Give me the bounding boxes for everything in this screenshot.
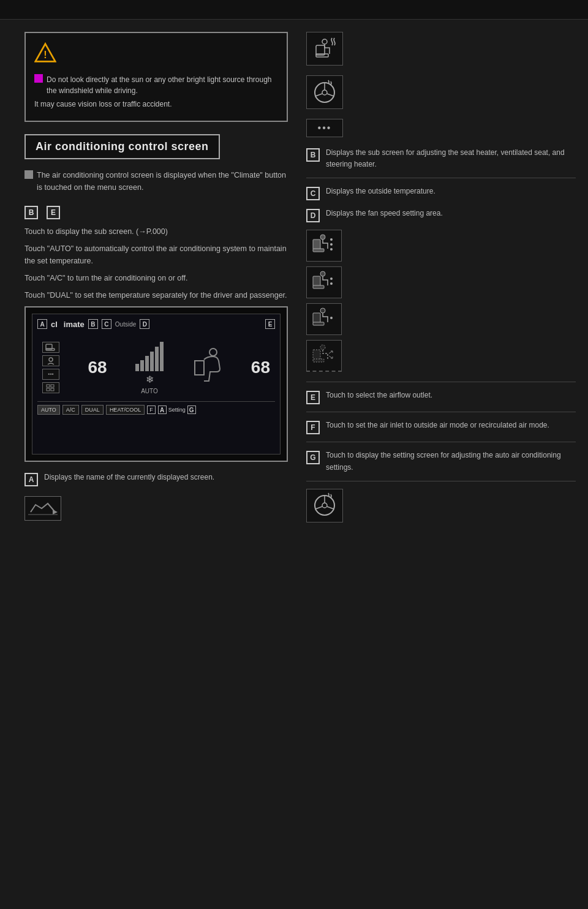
svg-point-14 <box>322 39 327 44</box>
seat-level-3-box <box>306 230 342 262</box>
bottom-steering-icon <box>311 492 338 519</box>
svg-point-16 <box>322 90 327 95</box>
svg-text:!: ! <box>43 49 47 60</box>
section-title-box: Air conditioning control screen <box>24 134 220 159</box>
svg-point-28 <box>320 271 325 276</box>
badge-a-left: A <box>24 473 38 486</box>
svg-rect-6 <box>51 385 54 387</box>
warning-text-2: It may cause vision loss or traffic acci… <box>34 99 172 110</box>
svg-rect-27 <box>313 285 324 289</box>
dots-icon-box-right: ••• <box>306 119 576 137</box>
badge-b-right: B <box>306 148 320 162</box>
ac-badge-e: E <box>265 319 275 329</box>
ac-setting-label[interactable]: Setting <box>168 407 186 413</box>
badges-row: B E <box>24 206 288 219</box>
ac-btn-dual[interactable]: DUAL <box>81 405 104 415</box>
warning-triangle-icon: ! <box>34 42 56 64</box>
seat-vent-icon <box>311 344 337 368</box>
seat-level-1-icon <box>311 307 337 331</box>
ac-badge-b: B <box>88 319 98 329</box>
svg-point-33 <box>320 308 325 313</box>
body-text-2: Touch "AUTO" to automatically control th… <box>24 243 288 267</box>
svg-line-19 <box>327 94 334 96</box>
ac-top-bar: A climate B C Outside D E <box>37 319 275 329</box>
svg-point-4 <box>49 358 53 361</box>
ac-btn-heatcool[interactable]: HEAT/COOL <box>106 405 145 415</box>
right-badge-b-row: B Displays the sub screen for adjusting … <box>306 147 576 170</box>
warning-box: ! Do not look directly at the sun or any… <box>24 32 288 122</box>
svg-point-34 <box>330 317 333 319</box>
fan-bar-2 <box>140 360 144 371</box>
seat-icon-item-3 <box>306 230 576 262</box>
seat-icon-item-vent <box>306 340 576 372</box>
badge-g-text: Touch to display the setting screen for … <box>326 450 576 473</box>
ac-ctrl-3[interactable]: ••• <box>42 369 59 380</box>
separator-3 <box>306 412 576 412</box>
svg-point-25 <box>330 248 333 251</box>
page-container: ! Do not look directly at the sun or any… <box>0 20 588 909</box>
label-a-text: Displays the name of the currently displ… <box>44 472 214 483</box>
seat-icon-1 <box>45 343 57 352</box>
badge-d-right: D <box>306 209 320 222</box>
ac-screen-container: A climate B C Outside D E <box>24 306 288 462</box>
grid-icon <box>46 384 56 391</box>
dots-symbol: ••• <box>318 123 332 134</box>
dots-icon: ••• <box>306 119 343 137</box>
seat-icon-item-2 <box>306 266 576 298</box>
separator-5 <box>306 481 576 481</box>
ac-person-icon <box>192 347 222 388</box>
right-badge-g-row: G Touch to display the setting screen fo… <box>306 450 576 473</box>
ac-btn-ac[interactable]: A/C <box>62 405 79 415</box>
svg-rect-5 <box>47 385 50 387</box>
warning-square-icon <box>34 74 43 83</box>
svg-point-24 <box>330 243 333 246</box>
ac-fan-area: ❄ AUTO <box>135 341 164 394</box>
ac-left-controls: ••• <box>42 342 59 393</box>
separator-1 <box>306 178 576 178</box>
badge-c-right: C <box>306 187 320 200</box>
ac-g-badge: G <box>187 405 196 414</box>
ac-imate-label: imate <box>64 320 85 329</box>
intro-block: The air conditioning control screen is d… <box>24 169 288 200</box>
body-text-1: Touch to display the sub screen. (→P.000… <box>24 225 288 238</box>
fan-bar-4 <box>150 352 154 371</box>
ac-setting-area: A Setting G <box>158 405 196 414</box>
ac-fan-bars <box>135 341 164 371</box>
separator-4 <box>306 442 576 442</box>
ac-badge-c: C <box>102 319 111 329</box>
svg-line-41 <box>315 507 322 509</box>
seat-level-2-box <box>306 266 342 298</box>
ac-auto-label: AUTO <box>141 388 158 394</box>
fan-bar-1 <box>135 364 139 371</box>
ac-climate-label: cl <box>51 320 58 329</box>
body-text-3: Touch "A/C" to turn the air conditioning… <box>24 272 288 284</box>
seat-icon-2 <box>45 356 57 365</box>
bottom-steering-icon-container <box>306 489 576 522</box>
ac-btn-auto[interactable]: AUTO <box>37 405 60 415</box>
label-a-row: A Displays the name of the currently dis… <box>24 472 288 486</box>
svg-rect-31 <box>313 313 320 323</box>
ac-a-badge-bottom: A <box>158 405 167 414</box>
badge-e-inline: E <box>47 206 60 219</box>
ac-ctrl-2[interactable] <box>42 355 59 366</box>
svg-point-37 <box>320 345 325 350</box>
seat-level-3-icon <box>311 233 337 258</box>
fan-bar-3 <box>145 356 149 371</box>
svg-rect-7 <box>47 388 50 391</box>
fan-bar-5 <box>155 347 159 371</box>
svg-rect-32 <box>313 322 324 325</box>
top-bar <box>0 0 588 20</box>
ac-ctrl-1[interactable] <box>42 342 59 353</box>
ac-badge-d: D <box>140 319 149 329</box>
snowflake-icon: ❄ <box>146 374 154 385</box>
warning-text-1: Do not look directly at the sun or any o… <box>47 74 278 96</box>
bottom-steering-icon-box <box>306 489 343 522</box>
svg-line-42 <box>327 507 334 509</box>
svg-point-29 <box>330 277 333 280</box>
right-badge-d-row: D Displays the fan speed setting area. <box>306 208 576 222</box>
ac-ctrl-4[interactable] <box>42 382 59 393</box>
svg-point-22 <box>320 235 325 240</box>
right-seat-icon-row <box>306 32 576 66</box>
badge-e-right: E <box>306 391 320 404</box>
ac-main-area: ••• 68 <box>37 334 275 401</box>
